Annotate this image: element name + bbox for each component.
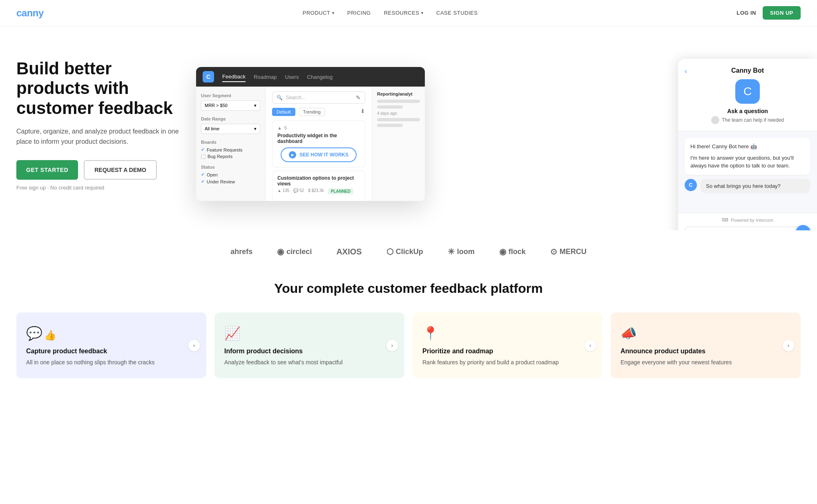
logos-section: ahrefs ◉ circleci AXIOS ⬡ ClickUp ✳ loom…: [0, 230, 817, 273]
app-right: Reporting/analyt 4 days ago: [372, 87, 425, 201]
check-icon: ✔: [201, 172, 205, 177]
hero-subtitle: Capture, organize, and analyze product f…: [16, 126, 188, 147]
status-section: Status ✔ Open ✔ Under Review: [201, 165, 260, 184]
capture-desc: All in one place so nothing slips throug…: [26, 358, 196, 367]
team-avatar: [711, 116, 719, 124]
card-1-title: Productivity widget in the dashboard: [277, 133, 360, 144]
votes-count: ▲ 135: [277, 188, 289, 194]
logo-loom: ✳ loom: [448, 247, 475, 256]
gray-bar-2: [377, 105, 403, 109]
edit-icon: ✎: [356, 94, 361, 101]
app-sidebar: User Segment MRR > $50 ▾ Date Range All …: [196, 87, 266, 201]
tab-users[interactable]: Users: [285, 72, 299, 82]
play-icon: ▶: [289, 151, 296, 158]
chevron-down-icon: ▾: [332, 11, 335, 15]
hero-content: Build better products with customer feed…: [16, 51, 188, 191]
bot-message-2: So what brings you here today?: [700, 179, 810, 193]
status-under-review[interactable]: ✔ Under Review: [201, 179, 260, 184]
app-topbar: C Feedback Roadmap Users Changelog: [196, 67, 425, 87]
check-icon: ✔: [201, 147, 205, 152]
filter-trending[interactable]: Trending: [299, 108, 325, 116]
nav-product[interactable]: PRODUCT ▾: [303, 10, 334, 16]
app-main: 🔍 Search... ✎ Default Trending ⬇ ▲ 5 Pro…: [266, 87, 372, 201]
app-body: User Segment MRR > $50 ▾ Date Range All …: [196, 87, 425, 201]
bot-desc: The team can help if needed: [686, 116, 809, 124]
logo[interactable]: canny: [16, 7, 44, 19]
user-segment-select[interactable]: MRR > $50 ▾: [201, 100, 260, 111]
search-icon: 🔍: [277, 95, 283, 100]
date-range-section: Date Range All time ▾: [201, 116, 260, 134]
comments-count: 💬 52: [293, 188, 304, 194]
announce-desc: Engage everyone with your newest feature…: [621, 358, 791, 367]
tab-changelog[interactable]: Changelog: [307, 72, 333, 82]
hero-section: Build better products with customer feed…: [0, 26, 817, 230]
hero-buttons: GET STARTED REQUEST A DEMO: [16, 160, 188, 180]
platform-title: Your complete customer feedback platform: [16, 281, 801, 296]
back-button[interactable]: ‹: [685, 67, 687, 76]
search-bar[interactable]: 🔍 Search... ✎: [272, 91, 365, 104]
nav-pricing[interactable]: PRICING: [347, 10, 371, 16]
bot-subtitle: Ask a question: [686, 108, 809, 114]
login-button[interactable]: LOG IN: [737, 10, 756, 16]
bot-message-1: Hi there! Canny Bot here 🤖 I'm here to a…: [685, 138, 810, 175]
capture-arrow[interactable]: ›: [188, 340, 200, 351]
prioritize-arrow[interactable]: ›: [585, 340, 596, 351]
bot-footer: ⌨ Powered by Intercom 🖼 ☺ ✎: [678, 213, 817, 230]
status-open[interactable]: ✔ Open: [201, 172, 260, 177]
gray-bar-1: [377, 100, 420, 103]
flock-icon: ◉: [499, 247, 506, 256]
filter-default[interactable]: Default: [272, 108, 295, 116]
user-segment-label: User Segment: [201, 93, 260, 98]
bot-message-2-row: C So what brings you here today?: [685, 179, 810, 193]
request-demo-button[interactable]: REQUEST A DEMO: [84, 160, 157, 180]
logo-circleci: ◉ circleci: [277, 247, 312, 256]
feature-card-announce: 📣 Announce product updates Engage everyo…: [611, 312, 801, 378]
signup-button[interactable]: SIGN UP: [763, 6, 801, 20]
get-started-button[interactable]: GET STARTED: [16, 160, 78, 180]
feature-cards: 💬👍 Capture product feedback All in one p…: [16, 312, 801, 378]
date-range-select[interactable]: All time ▾: [201, 124, 260, 134]
gray-bar-4: [377, 124, 403, 127]
capture-title: Capture product feedback: [26, 348, 196, 355]
bot-avatar: C: [735, 79, 760, 104]
capture-icon: 💬👍: [26, 326, 196, 341]
feature-card-prioritize: 📍 Prioritize and roadmap Rank features b…: [413, 312, 603, 378]
tab-feedback[interactable]: Feedback: [222, 72, 246, 82]
logo-ahrefs: ahrefs: [230, 248, 252, 256]
reporting-title: Reporting/analyt: [377, 91, 420, 96]
feature-card-inform: 📈 Inform product decisions Analyze feedb…: [214, 312, 404, 378]
date-range-label: Date Range: [201, 116, 260, 121]
card-2-meta: ▲ 135 💬 52 $ $23.3k PLANNED: [277, 188, 360, 194]
see-how-button[interactable]: ▶ SEE HOW IT WORKS: [281, 147, 357, 162]
app-screenshot: C Feedback Roadmap Users Changelog User …: [196, 67, 425, 201]
logo-axios: AXIOS: [336, 247, 362, 256]
bot-input-row[interactable]: 🖼 ☺ ✎: [685, 227, 810, 230]
feedback-card-2: Customization options to project views ▲…: [272, 171, 365, 201]
check-icon: ✔: [201, 179, 205, 184]
inform-arrow[interactable]: ›: [386, 340, 398, 351]
board-feature-requests[interactable]: ✔ Feature Requests: [201, 147, 260, 152]
hero-title: Build better products with customer feed…: [16, 59, 188, 118]
bot-icon: C: [685, 179, 697, 191]
nav-resources[interactable]: RESOURCES ▾: [384, 10, 423, 16]
prioritize-title: Prioritize and roadmap: [422, 348, 593, 355]
inform-desc: Analyze feedback to see what's most impa…: [224, 358, 395, 367]
mercu-icon: ⊙: [550, 247, 557, 256]
navigation: canny PRODUCT ▾ PRICING RESOURCES ▾ CASE…: [0, 0, 817, 26]
feature-card-capture: 💬👍 Capture product feedback All in one p…: [16, 312, 206, 378]
announce-arrow[interactable]: ›: [783, 340, 794, 351]
logo-flock: ◉ flock: [499, 247, 526, 256]
nav-links: PRODUCT ▾ PRICING RESOURCES ▾ CASE STUDI…: [303, 10, 478, 16]
loom-icon: ✳: [448, 247, 455, 256]
tab-roadmap[interactable]: Roadmap: [254, 72, 277, 82]
boards-section: Boards ✔ Feature Requests Bug Reports: [201, 140, 260, 159]
keyboard-icon: ⌨: [722, 217, 728, 223]
circleci-icon: ◉: [277, 247, 284, 256]
logo-mercu: ⊙ MERCU: [550, 247, 587, 256]
bot-header: ‹ Canny Bot C Ask a question The team ca…: [678, 59, 817, 131]
inform-title: Inform product decisions: [224, 348, 395, 355]
nav-case-studies[interactable]: CASE STUDIES: [436, 10, 478, 16]
bot-title: Canny Bot: [686, 67, 809, 74]
board-bug-reports[interactable]: Bug Reports: [201, 154, 260, 159]
boards-label: Boards: [201, 140, 260, 145]
